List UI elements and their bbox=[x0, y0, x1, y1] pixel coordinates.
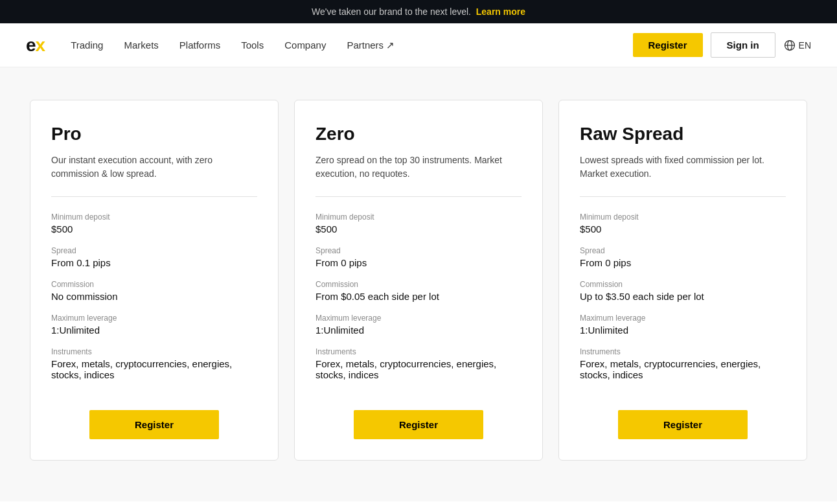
field-value-0-0: $500 bbox=[51, 223, 257, 235]
field-group-1-4: Instruments Forex, metals, cryptocurrenc… bbox=[315, 347, 522, 380]
field-value-1-4: Forex, metals, cryptocurrencies, energie… bbox=[315, 358, 522, 380]
card-desc-0: Our instant execution account, with zero… bbox=[51, 154, 257, 181]
field-value-2-1: From 0 pips bbox=[580, 257, 786, 268]
field-label-0-3: Maximum leverage bbox=[51, 314, 257, 323]
field-value-0-2: No commission bbox=[51, 291, 257, 302]
card-divider-1 bbox=[315, 196, 522, 197]
field-group-2-1: Spread From 0 pips bbox=[580, 246, 786, 268]
field-label-2-1: Spread bbox=[580, 246, 786, 255]
field-group-2-0: Minimum deposit $500 bbox=[580, 212, 786, 235]
card-title-2: Raw Spread bbox=[580, 124, 786, 144]
field-value-2-4: Forex, metals, cryptocurrencies, energie… bbox=[580, 358, 786, 380]
card-footer-0: Register bbox=[51, 410, 257, 439]
field-group-0-2: Commission No commission bbox=[51, 280, 257, 302]
nav-partners[interactable]: Partners ↗ bbox=[347, 40, 395, 51]
register-button[interactable]: Register bbox=[633, 33, 703, 57]
nav-platforms[interactable]: Platforms bbox=[179, 40, 220, 51]
language-selector[interactable]: EN bbox=[783, 39, 811, 52]
field-group-1-2: Commission From $0.05 each side per lot bbox=[315, 280, 522, 302]
nav-tools[interactable]: Tools bbox=[241, 40, 264, 51]
field-value-1-1: From 0 pips bbox=[315, 257, 522, 268]
card-fields-2: Minimum deposit $500 Spread From 0 pips … bbox=[580, 212, 786, 392]
field-value-1-0: $500 bbox=[315, 223, 522, 235]
field-label-1-2: Commission bbox=[315, 280, 522, 289]
field-label-0-2: Commission bbox=[51, 280, 257, 289]
field-group-0-1: Spread From 0.1 pips bbox=[51, 246, 257, 268]
field-group-2-3: Maximum leverage 1:Unlimited bbox=[580, 314, 786, 336]
card-fields-0: Minimum deposit $500 Spread From 0.1 pip… bbox=[51, 212, 257, 392]
nav-markets[interactable]: Markets bbox=[124, 40, 158, 51]
card-footer-2: Register bbox=[580, 410, 786, 439]
field-label-1-3: Maximum leverage bbox=[315, 314, 522, 323]
card-desc-1: Zero spread on the top 30 instruments. M… bbox=[315, 154, 522, 181]
card-desc-2: Lowest spreads with fixed commission per… bbox=[580, 154, 786, 181]
card-divider-0 bbox=[51, 196, 257, 197]
signin-button[interactable]: Sign in bbox=[711, 32, 775, 58]
card-footer-1: Register bbox=[315, 410, 522, 439]
card-2: Raw Spread Lowest spreads with fixed com… bbox=[558, 100, 807, 461]
main-content: Pro Our instant execution account, with … bbox=[0, 67, 837, 501]
field-label-1-0: Minimum deposit bbox=[315, 212, 522, 222]
field-group-0-0: Minimum deposit $500 bbox=[51, 212, 257, 235]
field-label-0-1: Spread bbox=[51, 246, 257, 255]
nav-company[interactable]: Company bbox=[284, 40, 326, 51]
banner-link[interactable]: Learn more bbox=[476, 6, 525, 17]
field-group-1-3: Maximum leverage 1:Unlimited bbox=[315, 314, 522, 336]
lang-label: EN bbox=[799, 40, 811, 51]
field-group-0-4: Instruments Forex, metals, cryptocurrenc… bbox=[51, 347, 257, 380]
nav-links: Trading Markets Platforms Tools Company … bbox=[71, 40, 632, 51]
card-divider-2 bbox=[580, 196, 786, 197]
field-label-2-4: Instruments bbox=[580, 347, 786, 356]
field-label-2-0: Minimum deposit bbox=[580, 212, 786, 222]
banner-text: We've taken our brand to the next level. bbox=[312, 6, 471, 17]
top-banner: We've taken our brand to the next level.… bbox=[0, 0, 837, 23]
field-value-1-3: 1:Unlimited bbox=[315, 325, 522, 336]
card-register-button-2[interactable]: Register bbox=[618, 410, 748, 439]
navbar: ex Trading Markets Platforms Tools Compa… bbox=[0, 23, 837, 67]
field-label-2-2: Commission bbox=[580, 280, 786, 289]
field-label-0-4: Instruments bbox=[51, 347, 257, 356]
card-register-button-0[interactable]: Register bbox=[89, 410, 219, 439]
field-value-0-4: Forex, metals, cryptocurrencies, energie… bbox=[51, 358, 257, 380]
field-value-2-3: 1:Unlimited bbox=[580, 325, 786, 336]
card-0: Pro Our instant execution account, with … bbox=[30, 100, 279, 461]
field-value-2-2: Up to $3.50 each side per lot bbox=[580, 291, 786, 302]
field-group-1-1: Spread From 0 pips bbox=[315, 246, 522, 268]
field-value-0-1: From 0.1 pips bbox=[51, 257, 257, 268]
card-1: Zero Zero spread on the top 30 instrumen… bbox=[294, 100, 543, 461]
card-fields-1: Minimum deposit $500 Spread From 0 pips … bbox=[315, 212, 522, 392]
card-title-1: Zero bbox=[315, 124, 522, 144]
field-value-1-2: From $0.05 each side per lot bbox=[315, 291, 522, 302]
field-label-1-4: Instruments bbox=[315, 347, 522, 356]
field-value-2-0: $500 bbox=[580, 223, 786, 235]
field-group-0-3: Maximum leverage 1:Unlimited bbox=[51, 314, 257, 336]
logo[interactable]: ex bbox=[26, 35, 45, 56]
globe-icon bbox=[783, 39, 796, 52]
field-group-2-2: Commission Up to $3.50 each side per lot bbox=[580, 280, 786, 302]
field-group-1-0: Minimum deposit $500 bbox=[315, 212, 522, 235]
field-label-2-3: Maximum leverage bbox=[580, 314, 786, 323]
card-title-0: Pro bbox=[51, 124, 257, 144]
card-register-button-1[interactable]: Register bbox=[354, 410, 483, 439]
field-value-0-3: 1:Unlimited bbox=[51, 325, 257, 336]
field-group-2-4: Instruments Forex, metals, cryptocurrenc… bbox=[580, 347, 786, 380]
nav-trading[interactable]: Trading bbox=[71, 40, 103, 51]
field-label-0-0: Minimum deposit bbox=[51, 212, 257, 222]
nav-actions: Register Sign in EN bbox=[633, 32, 811, 58]
field-label-1-1: Spread bbox=[315, 246, 522, 255]
cards-container: Pro Our instant execution account, with … bbox=[30, 100, 807, 461]
